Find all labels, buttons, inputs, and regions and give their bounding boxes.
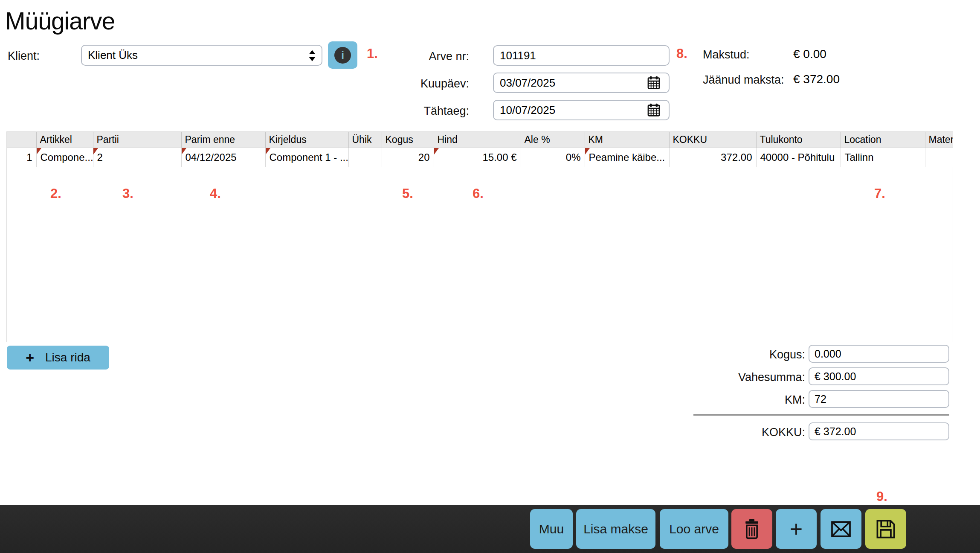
cell-partii[interactable]: 2	[93, 148, 181, 167]
kuupaev-input[interactable]	[493, 73, 670, 93]
totals-vahesumma-label: Vahesumma:	[640, 371, 805, 384]
email-button[interactable]	[821, 509, 861, 549]
annotation-3: 3.	[122, 186, 133, 201]
cell-material[interactable]	[925, 148, 953, 167]
cell-kokku[interactable]: 372.00	[669, 148, 756, 167]
annotation-5: 5.	[402, 186, 413, 201]
totals-kokku-input[interactable]	[809, 422, 949, 440]
select-spinner-icon	[307, 49, 317, 66]
totals-km-label: KM:	[640, 393, 805, 407]
add-icon: +	[790, 516, 803, 542]
client-label: Klient:	[8, 49, 40, 63]
jaanud-maksta-label: Jäänud maksta:	[703, 73, 784, 87]
col-header-kirjeldus: Kirjeldus	[265, 132, 348, 148]
arve-nr-label: Arve nr:	[371, 50, 469, 63]
add-button[interactable]: +	[776, 509, 817, 549]
col-header-location: Location	[841, 132, 925, 148]
col-header-parim-enne: Parim enne	[181, 132, 265, 148]
client-info-button[interactable]: i	[328, 41, 357, 69]
loo-arve-button[interactable]: Loo arve	[660, 509, 728, 549]
col-header-tulukonto: Tulukonto	[756, 132, 841, 148]
totals-divider	[693, 414, 949, 416]
table-header-row: Artikkel Partii Parim enne Kirjeldus Ühi…	[7, 132, 953, 148]
invoice-lines-table: Artikkel Partii Parim enne Kirjeldus Ühi…	[6, 131, 953, 342]
save-icon	[874, 517, 898, 541]
jaanud-maksta-value: € 372.00	[793, 73, 840, 86]
cell-hind[interactable]: 15.00 €	[434, 148, 521, 167]
totals-kogus-label: Kogus:	[640, 348, 805, 361]
client-select[interactable]: Klient Üks	[81, 45, 322, 66]
calendar-icon[interactable]	[647, 103, 661, 117]
col-header-partii: Partii	[93, 132, 181, 148]
sales-invoice-page: Müügiarve Klient: Klient Üks i 1. Arve n…	[0, 0, 980, 553]
col-header-kogus: Kogus	[382, 132, 434, 148]
col-header-hind: Hind	[434, 132, 521, 148]
muu-button[interactable]: Muu	[530, 509, 573, 549]
col-header-material: Mater	[925, 132, 953, 148]
cell-note-marker	[266, 148, 270, 154]
info-icon: i	[334, 47, 351, 64]
kuupaev-label: Kuupäev:	[371, 77, 469, 90]
annotation-9: 9.	[876, 489, 887, 504]
add-row-button[interactable]: + Lisa rida	[7, 346, 109, 370]
totals-kogus-input[interactable]	[809, 345, 949, 363]
add-row-label: Lisa rida	[45, 351, 90, 364]
cell-parim-enne[interactable]: 04/12/2025	[181, 148, 265, 167]
col-header-km: KM	[585, 132, 669, 148]
makstud-value: € 0.00	[793, 47, 826, 61]
cell-uhik[interactable]	[348, 148, 382, 167]
delete-button[interactable]	[731, 509, 772, 549]
tahtaeg-input[interactable]	[493, 100, 670, 120]
cell-ale[interactable]: 0%	[521, 148, 585, 167]
annotation-7: 7.	[874, 186, 885, 201]
annotation-8: 8.	[676, 46, 687, 61]
cell-kogus[interactable]: 20	[382, 148, 434, 167]
annotation-2: 2.	[50, 186, 61, 201]
cell-km[interactable]: Peamine käibe...	[585, 148, 669, 167]
cell-note-marker	[37, 148, 41, 154]
col-header-kokku: KOKKU	[669, 132, 756, 148]
page-title: Müügiarve	[5, 7, 115, 35]
cell-tulukonto[interactable]: 40000 - Põhitulu	[756, 148, 841, 167]
cell-note-marker	[182, 148, 186, 154]
col-header-rownum	[7, 132, 36, 148]
arve-nr-input[interactable]	[493, 45, 670, 66]
cell-note-marker	[93, 148, 98, 154]
col-header-ale: Ale %	[521, 132, 585, 148]
cell-kirjeldus[interactable]: Component 1 - ...	[265, 148, 348, 167]
envelope-icon	[829, 517, 853, 541]
annotation-4: 4.	[210, 186, 221, 201]
cell-artikkel[interactable]: Compone...	[36, 148, 93, 167]
cell-note-marker	[585, 148, 590, 154]
plus-icon: +	[26, 349, 34, 366]
calendar-icon[interactable]	[647, 76, 661, 90]
lisa-makse-button[interactable]: Lisa makse	[576, 509, 655, 549]
cell-location[interactable]: Tallinn	[841, 148, 925, 167]
cell-note-marker	[434, 148, 439, 154]
row-number-cell: 1	[7, 148, 36, 167]
col-header-artikkel: Artikkel	[36, 132, 93, 148]
col-header-uhik: Ühik	[348, 132, 382, 148]
tahtaeg-label: Tähtaeg:	[371, 105, 469, 118]
bottom-toolbar: Muu Lisa makse Loo arve +	[0, 505, 980, 553]
totals-vahesumma-input[interactable]	[809, 367, 949, 385]
table-row: 1 Compone... 2 04/12/2025 Component 1 - …	[7, 148, 953, 167]
totals-kokku-label: KOKKU:	[640, 426, 805, 439]
trash-icon	[740, 518, 763, 541]
totals-km-input[interactable]	[809, 390, 949, 408]
makstud-label: Makstud:	[703, 48, 750, 61]
client-select-value: Klient Üks	[88, 49, 138, 62]
annotation-6: 6.	[473, 186, 484, 201]
save-button[interactable]	[865, 509, 906, 549]
